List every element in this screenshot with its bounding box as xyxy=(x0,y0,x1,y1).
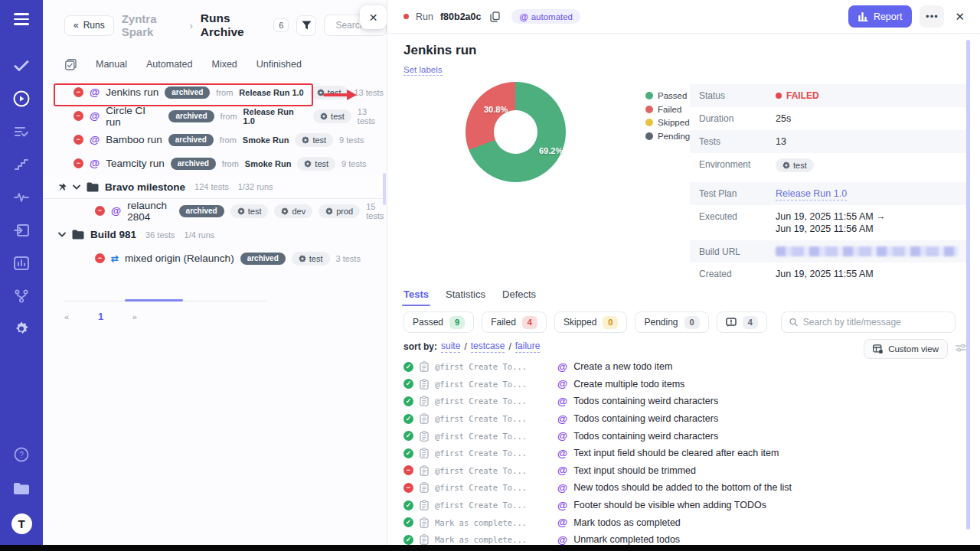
test-title: Unmark completed todos xyxy=(573,534,680,545)
chevron-down-icon[interactable] xyxy=(73,184,80,190)
test-row[interactable]: @first Create To...@Text input should be… xyxy=(387,462,969,480)
run-row-relaunch-2804[interactable]: − @ relaunch 2804 archived test dev prod… xyxy=(43,199,387,223)
panel-close-button[interactable]: ✕ xyxy=(360,5,387,29)
tag-label: test xyxy=(309,254,323,263)
tab-automated[interactable]: Automated xyxy=(146,59,192,70)
status-icon xyxy=(403,379,413,389)
report-button[interactable]: Report xyxy=(848,5,913,28)
steps-icon[interactable] xyxy=(13,156,30,173)
view-settings-icon[interactable] xyxy=(956,343,966,353)
filter-passed[interactable]: Passed9 xyxy=(403,311,474,333)
from-label: from xyxy=(216,88,233,97)
run-row-circleci[interactable]: − @ Circle CI run archived from Release … xyxy=(43,104,387,128)
build-url-redacted[interactable] xyxy=(776,246,958,256)
test-row[interactable]: @first Create To...@Text input field sho… xyxy=(387,445,969,462)
pagination-next-button[interactable]: » xyxy=(132,312,137,321)
chevron-down-icon[interactable] xyxy=(58,232,66,237)
settings-gear-icon[interactable] xyxy=(13,321,30,337)
folder-row-build-981[interactable]: Build 981 36 tests 1/4 runs xyxy=(43,223,387,246)
executed-start: Jun 19, 2025 11:55 AM → xyxy=(776,211,886,222)
filter-comments[interactable]: 4 xyxy=(717,311,767,333)
test-row[interactable]: @first Create To...@Todos containing wei… xyxy=(387,427,969,445)
pagination-prev-button[interactable]: « xyxy=(64,312,69,321)
filter-pending[interactable]: Pending0 xyxy=(635,311,708,333)
test-title: Text input field should be cleared after… xyxy=(573,448,779,458)
pagination: « 1 » xyxy=(64,311,137,322)
tab-mixed[interactable]: Mixed xyxy=(211,59,237,70)
pagination-page-1[interactable]: 1 xyxy=(98,311,103,322)
gear-icon xyxy=(302,136,309,144)
clipboard-icon xyxy=(420,431,429,442)
sort-label: sort by: xyxy=(403,341,437,352)
gear-icon xyxy=(325,207,333,215)
donut-failed-label: 30.8% xyxy=(484,105,508,114)
tab-manual[interactable]: Manual xyxy=(96,59,127,70)
test-row[interactable]: @first Create To...@Footer should be vis… xyxy=(387,497,969,514)
sort-by-suite-link[interactable]: suite xyxy=(441,341,460,353)
from-label: from xyxy=(220,112,237,121)
more-options-button[interactable]: ••• xyxy=(920,5,944,28)
menu-icon[interactable] xyxy=(14,13,29,25)
tag-label: test xyxy=(331,112,345,121)
test-title: Text input should be trimmed xyxy=(573,465,696,476)
tab-unfinished[interactable]: Unfinished xyxy=(256,59,302,70)
filter-failed[interactable]: Failed4 xyxy=(482,311,547,333)
run-row-jenkins[interactable]: − @ Jenkins run archived from Release Ru… xyxy=(43,80,387,104)
automated-icon: @ xyxy=(557,465,567,476)
tests-check-icon[interactable] xyxy=(13,57,30,74)
copy-icon[interactable] xyxy=(490,11,500,22)
test-plans-icon[interactable] xyxy=(13,123,30,140)
select-all-icon[interactable] xyxy=(64,58,77,70)
pending-count-badge: 0 xyxy=(684,316,700,329)
window-bottom-edge xyxy=(0,545,980,551)
run-row-bamboo[interactable]: − @ Bamboo run archived from Smoke Run t… xyxy=(43,128,387,152)
run-row-mixed-origin[interactable]: − ⇄ mixed origin (Relaunch) archived tes… xyxy=(43,246,387,270)
folder-row-bravo-milestone[interactable]: Bravo milestone 124 tests 1/32 runs xyxy=(43,175,387,199)
filter-skipped[interactable]: Skipped0 xyxy=(554,311,628,333)
test-row[interactable]: @first Create To...@Create a new todo it… xyxy=(387,358,969,376)
test-plan-link[interactable]: Release Run 1.0 xyxy=(776,188,847,201)
sort-by-failure-link[interactable]: failure xyxy=(515,341,541,353)
sort-by-testcase-link[interactable]: testcase xyxy=(471,341,505,353)
tab-defects[interactable]: Defects xyxy=(502,289,536,305)
test-row[interactable]: @first Create To...@Todos containing wei… xyxy=(387,393,969,410)
projects-folder-icon[interactable] xyxy=(13,480,30,497)
reports-icon[interactable] xyxy=(13,255,30,272)
test-row[interactable]: Mark as complete...@Mark todos as comple… xyxy=(387,514,969,531)
detail-close-button[interactable]: ✕ xyxy=(952,10,968,24)
detail-tabs: Tests Statistics Defects xyxy=(403,289,536,305)
detail-scrollbar[interactable] xyxy=(966,40,970,530)
test-row[interactable]: @first Create To...@Todos containing wei… xyxy=(387,410,969,428)
env-tag: test xyxy=(310,86,348,99)
branches-icon[interactable] xyxy=(13,288,30,305)
analytics-pulse-icon[interactable] xyxy=(13,189,30,206)
tab-statistics[interactable]: Statistics xyxy=(446,289,485,305)
tab-tests[interactable]: Tests xyxy=(403,289,429,305)
custom-view-button[interactable]: Custom view xyxy=(864,339,948,359)
breadcrumb-separator: › xyxy=(190,20,193,31)
clipboard-icon xyxy=(420,517,429,528)
test-row[interactable]: @first Create To...@Create multiple todo… xyxy=(387,376,969,393)
env-tag: test xyxy=(313,109,351,123)
tests-search-input[interactable] xyxy=(803,317,947,328)
archived-badge: archived xyxy=(168,110,214,122)
test-row[interactable]: @first Create To...@New todos should be … xyxy=(387,479,969,497)
breadcrumb: « Runs Zyntra Spark › Runs Archive 6 xyxy=(43,0,387,39)
back-to-runs-button[interactable]: « Runs xyxy=(64,15,114,36)
created-value: Jun 19, 2025 11:55 AM xyxy=(776,268,874,280)
donut-passed-label: 69.2% xyxy=(539,146,563,155)
test-title: Create a new todo item xyxy=(573,361,672,372)
info-row-test-plan: Test Plan Release Run 1.0 xyxy=(690,182,967,205)
help-icon[interactable]: ? xyxy=(13,446,30,463)
app-logo[interactable]: T xyxy=(11,514,32,534)
filter-button[interactable] xyxy=(296,15,316,36)
left-panel-scrollbar[interactable] xyxy=(383,173,386,205)
set-labels-link[interactable]: Set labels xyxy=(403,65,443,76)
run-row-teamcity[interactable]: − @ Teamcity run archived from Smoke Run… xyxy=(43,152,387,175)
import-icon[interactable] xyxy=(13,222,30,239)
breadcrumb-project[interactable]: Zyntra Spark xyxy=(122,12,182,38)
info-row-created: Created Jun 19, 2025 11:55 AM xyxy=(690,262,967,285)
automated-badge-label: automated xyxy=(531,12,573,21)
runs-play-icon[interactable] xyxy=(13,90,30,107)
info-row-status: Status FAILED xyxy=(690,84,967,107)
